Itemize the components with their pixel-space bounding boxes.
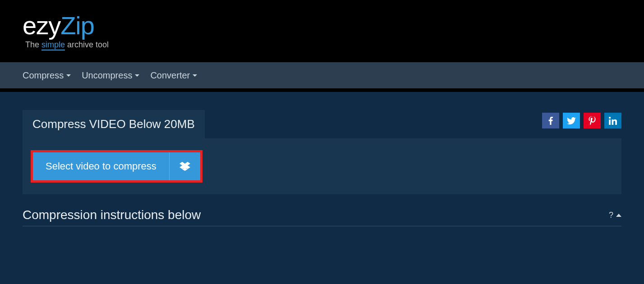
instructions-header: Compression instructions below ? bbox=[23, 208, 621, 226]
linkedin-icon bbox=[609, 117, 617, 125]
logo-block[interactable]: ezyZip The simple archive tool bbox=[23, 13, 109, 50]
logo-text-zip: Zip bbox=[60, 11, 94, 40]
twitter-icon bbox=[567, 117, 576, 124]
select-video-label: Select video to compress bbox=[46, 160, 156, 172]
page-tab-label: Compress VIDEO Below 20MB bbox=[32, 117, 195, 131]
chevron-down-icon bbox=[135, 74, 139, 77]
instructions-title: Compression instructions below bbox=[23, 208, 201, 222]
content: Compress VIDEO Below 20MB Select video t… bbox=[0, 92, 644, 226]
help-label: ? bbox=[609, 211, 613, 220]
chevron-down-icon bbox=[66, 74, 71, 77]
tagline-suffix: archive tool bbox=[65, 40, 109, 49]
nav-uncompress[interactable]: Uncompress bbox=[82, 70, 139, 81]
instructions-toggle[interactable]: ? bbox=[609, 211, 621, 220]
nav-converter[interactable]: Converter bbox=[150, 70, 197, 81]
tagline-highlight: simple bbox=[41, 40, 65, 50]
select-video-button[interactable]: Select video to compress bbox=[33, 152, 170, 180]
logo-text-ezy: ezy bbox=[23, 11, 60, 40]
social-share bbox=[542, 113, 621, 128]
linkedin-button[interactable] bbox=[604, 113, 621, 128]
pinterest-icon bbox=[589, 116, 596, 125]
chevron-up-icon bbox=[616, 214, 621, 217]
navbar: Compress Uncompress Converter bbox=[0, 62, 644, 88]
nav-compress[interactable]: Compress bbox=[23, 70, 71, 81]
chevron-down-icon bbox=[193, 74, 197, 77]
toolbar-row: Compress VIDEO Below 20MB bbox=[23, 110, 621, 138]
facebook-button[interactable] bbox=[542, 113, 559, 128]
dropbox-icon bbox=[179, 162, 190, 171]
separator bbox=[0, 88, 644, 92]
page-tab[interactable]: Compress VIDEO Below 20MB bbox=[23, 110, 205, 138]
pinterest-button[interactable] bbox=[584, 113, 601, 128]
nav-compress-label: Compress bbox=[23, 70, 64, 81]
twitter-button[interactable] bbox=[563, 113, 580, 128]
tagline: The simple archive tool bbox=[25, 40, 109, 50]
logo: ezyZip bbox=[23, 13, 109, 38]
upload-panel: Select video to compress bbox=[23, 138, 621, 194]
facebook-icon bbox=[548, 117, 553, 125]
highlight-box: Select video to compress bbox=[31, 150, 202, 183]
nav-converter-label: Converter bbox=[150, 70, 190, 81]
dropbox-button[interactable] bbox=[170, 152, 200, 180]
header: ezyZip The simple archive tool bbox=[0, 0, 644, 62]
tagline-prefix: The bbox=[25, 40, 41, 49]
nav-uncompress-label: Uncompress bbox=[82, 70, 132, 81]
